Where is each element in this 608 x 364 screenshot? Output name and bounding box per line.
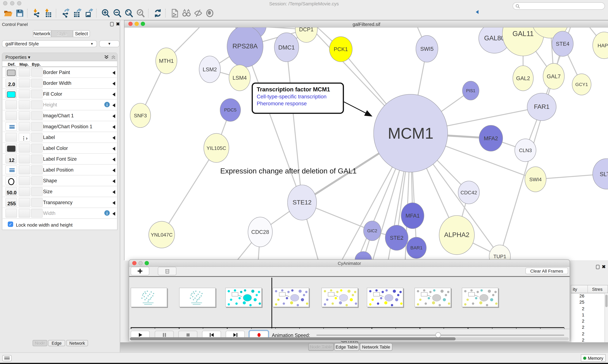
style-options-button[interactable]: ▼ (99, 40, 119, 47)
default-value-cell[interactable] (5, 209, 17, 218)
expand-arrow-icon[interactable] (112, 136, 115, 140)
panel-list-button[interactable] (2, 355, 12, 361)
frame-thumbnail-5[interactable] (367, 288, 403, 307)
annotation-box[interactable]: Transcription factor MCM1 Cell-type-spec… (252, 83, 344, 114)
property-row[interactable]: Fill Color (3, 89, 117, 100)
network-canvas[interactable]: RPS28ADMC1DCP1PCK1SWI5GAL80GAL11STE4HAP2… (124, 27, 608, 260)
node-gic2[interactable]: GIC2 (363, 221, 381, 241)
scrollbar-thumb[interactable] (130, 337, 456, 340)
expand-arrow-icon[interactable] (112, 201, 115, 205)
bypass-cell[interactable] (31, 90, 42, 98)
bypass-cell[interactable] (31, 209, 42, 218)
tab-network[interactable]: Network (66, 340, 88, 346)
frame-thumbnail-0[interactable] (131, 288, 167, 307)
default-value-cell[interactable] (5, 144, 17, 153)
bypass-cell[interactable] (31, 165, 42, 174)
open-folder-icon[interactable] (3, 8, 13, 18)
delete-frame-button[interactable] (158, 267, 177, 275)
toolbar-overflow-icon[interactable] (476, 10, 479, 14)
expand-all-icon[interactable] (104, 54, 109, 60)
export-image-icon[interactable] (84, 8, 94, 18)
node-dmc1[interactable]: DMC1 (274, 33, 299, 62)
node-mth1[interactable]: MTH1 (155, 48, 177, 74)
default-value-cell[interactable] (5, 111, 17, 120)
mapping-cell[interactable] (19, 68, 30, 77)
tab-edge[interactable]: Edge (48, 340, 65, 346)
node-mfa1[interactable]: MFA1 (401, 203, 424, 229)
node-mfa2[interactable]: MFA2 (479, 125, 503, 152)
property-row[interactable]: Image/Chart Position 1 (3, 121, 117, 132)
frame-thumbnail-1[interactable] (179, 288, 216, 307)
expand-arrow-icon[interactable] (112, 190, 115, 194)
network-edge[interactable] (245, 47, 302, 203)
binoculars-icon[interactable] (181, 8, 192, 18)
node-cdc42[interactable]: CDC42 (458, 181, 480, 204)
node-gal7[interactable]: GAL7 (543, 63, 565, 90)
tab-node-table[interactable]: Node Table (308, 343, 334, 351)
table-header[interactable]: ity Stres (571, 285, 608, 293)
default-value-cell[interactable]: 12 (5, 155, 17, 163)
node-lsm4[interactable]: LSM4 (229, 65, 250, 91)
mapping-cell[interactable]: ⋮› (19, 133, 30, 142)
table-row[interactable]: 25 (571, 300, 605, 306)
default-value-cell[interactable] (5, 176, 17, 185)
node-bar1[interactable]: BAR1 (406, 237, 427, 259)
mapping-cell[interactable] (19, 122, 30, 131)
expand-arrow-icon[interactable] (112, 82, 115, 86)
bypass-cell[interactable] (31, 133, 42, 142)
bypass-cell[interactable] (31, 122, 42, 131)
tab-select[interactable]: Select (73, 30, 90, 37)
import-network-icon[interactable] (32, 8, 42, 18)
table-row[interactable]: 2 (571, 325, 605, 331)
mapping-cell[interactable] (19, 187, 30, 196)
properties-header[interactable]: Properties ▾ (2, 53, 117, 61)
mapping-cell[interactable] (19, 165, 30, 174)
info-icon[interactable]: i (104, 210, 110, 216)
node-pdc5[interactable]: PDC5 (220, 98, 241, 122)
property-row[interactable]: 50.0Size (3, 186, 117, 197)
bypass-cell[interactable] (31, 111, 42, 120)
table-row[interactable]: 2 (571, 306, 605, 312)
node-ynl047c[interactable]: YNL047C (149, 221, 175, 248)
cyanimator-titlebar[interactable]: CyAnimator (129, 260, 570, 267)
mapping-cell[interactable] (19, 90, 30, 98)
search-input[interactable] (513, 2, 605, 10)
frame-thumbnail-3[interactable] (273, 288, 309, 307)
info-icon[interactable]: i (104, 102, 110, 107)
property-row[interactable]: ⋮›Label (3, 132, 117, 143)
timeline[interactable]: 0123456789 Seconds (129, 277, 570, 329)
node-cdc28[interactable]: CDC28 (248, 217, 273, 247)
node-cln3[interactable]: CLN3 (515, 139, 536, 162)
mapping-cell[interactable] (19, 209, 30, 218)
expand-arrow-icon[interactable] (112, 104, 115, 107)
bypass-cell[interactable] (31, 78, 42, 87)
memory-button[interactable]: Memory (581, 354, 606, 362)
default-value-cell[interactable] (5, 100, 17, 109)
expand-arrow-icon[interactable] (112, 92, 115, 96)
network-edge[interactable] (287, 47, 302, 203)
float-panel-icon[interactable] (596, 265, 599, 269)
tab-network-table[interactable]: Network Table (360, 343, 392, 351)
node-snf3[interactable]: SNF3 (130, 103, 151, 128)
expand-arrow-icon[interactable] (112, 169, 115, 172)
default-value-cell[interactable] (5, 90, 17, 98)
node-rps28a[interactable]: RPS28A (227, 27, 263, 67)
bypass-cell[interactable] (31, 187, 42, 196)
export-table-icon[interactable] (72, 8, 82, 18)
bypass-cell[interactable] (31, 68, 42, 77)
network-window-titlebar[interactable]: galFiltered.sif (124, 21, 608, 27)
import-table-icon[interactable] (43, 8, 54, 18)
table-body[interactable]: 26252122222 (571, 293, 605, 351)
node-ste2[interactable]: STE2 (385, 225, 408, 251)
refresh-icon[interactable] (153, 8, 163, 18)
default-value-cell[interactable]: 255 (5, 198, 17, 207)
property-row[interactable]: Border Paint (3, 67, 117, 78)
table-scrollbar[interactable] (605, 293, 608, 351)
mapping-cell[interactable] (19, 176, 30, 185)
property-row[interactable]: Label Color (3, 143, 117, 154)
property-row[interactable]: Label Position (3, 165, 117, 176)
node-ste12[interactable]: STE12 (287, 185, 317, 220)
tab-style[interactable]: Style (51, 30, 73, 37)
expand-arrow-icon[interactable] (112, 158, 115, 161)
zoom-selected-icon[interactable] (136, 8, 146, 18)
